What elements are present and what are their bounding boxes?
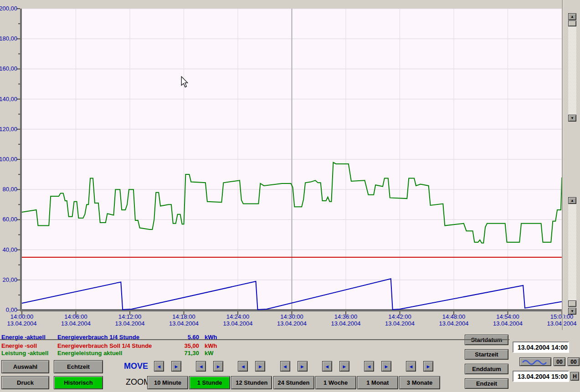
move-left-button-1[interactable]: ◄ (154, 361, 164, 372)
minutes-button-1[interactable]: 00 (554, 357, 565, 366)
move-right-button-5[interactable]: ► (339, 361, 349, 372)
zoom-button-1-monat[interactable]: 1 Monat (357, 376, 398, 389)
x-axis-label: 14:30:0013.04.2004 (265, 313, 319, 327)
zoom-label: ZOOM (126, 377, 150, 387)
zoom-button-12-stunden[interactable]: 12 Stunden (231, 376, 272, 389)
scrollbar-thumb-lower[interactable] (568, 300, 576, 307)
scroll-down-icon[interactable]: ▼ (568, 115, 576, 122)
curve-button[interactable] (519, 357, 551, 366)
x-axis-label: 14:24:0013.04.2004 (210, 313, 265, 327)
minutes-button-2[interactable]: 00 (568, 357, 580, 366)
scroll-up-icon[interactable]: ▲ (568, 13, 576, 20)
x-axis-label: 14:00:0013.04.2004 (0, 313, 49, 327)
echtzeit-button[interactable]: Echtzeit (54, 360, 103, 373)
x-axis-label: 14:12:0013.04.2004 (103, 313, 157, 327)
endzeit-button[interactable]: Endzeit (465, 378, 508, 389)
start-datetime-field[interactable]: 13.04.2004 14:00 (513, 341, 569, 353)
energy-trend-window: 200,00180,00160,00140,00120,00100,0080,0… (0, 0, 580, 392)
historisch-button[interactable]: Historisch (54, 376, 103, 389)
y-axis-label: 200,00 (0, 5, 17, 12)
scrollbar-track-lower[interactable] (568, 204, 576, 308)
scroll-up-icon[interactable]: ▲ (568, 197, 576, 204)
move-left-button-3[interactable]: ◄ (238, 361, 248, 372)
legend-series-description: Energieleistung aktuell (57, 350, 122, 356)
move-left-button-7[interactable]: ◄ (406, 361, 416, 372)
scroll-down-icon[interactable]: ▼ (568, 308, 576, 315)
mouse-cursor-icon (181, 76, 188, 88)
legend-series-unit: kWh (205, 342, 217, 349)
y-axis-label: 20,00 (0, 276, 17, 283)
y-axis-label: 40,00 (0, 246, 17, 253)
legend-series-name: Leistung -aktuell (1, 350, 48, 356)
x-axis-label: 14:54:0013.04.2004 (481, 313, 535, 327)
y-axis-label: 160,00 (0, 65, 17, 72)
legend-series-name: Energie -soll (1, 342, 37, 349)
move-left-button-5[interactable]: ◄ (322, 361, 332, 372)
x-axis-label: 14:48:0013.04.2004 (426, 313, 481, 327)
auswahl-button[interactable]: Auswahl (1, 360, 49, 373)
enddatum-button[interactable]: Enddatum (465, 364, 508, 374)
zoom-button-10-minute[interactable]: 10 Minute (147, 376, 188, 389)
scrollbar-thumb-upper[interactable] (568, 20, 576, 26)
y-axis-label: 0,00 (0, 306, 17, 313)
y-axis-label: 180,00 (0, 35, 17, 42)
zoom-button-24-stunden[interactable]: 24 Stunden (273, 376, 314, 389)
y-axis-label: 120,00 (0, 126, 17, 132)
x-axis-label: 14:06:0013.04.2004 (49, 313, 103, 327)
move-left-button-4[interactable]: ◄ (280, 361, 290, 372)
move-left-button-2[interactable]: ◄ (196, 361, 206, 372)
legend-series-unit: kW (205, 350, 214, 356)
y-axis-label: 60,00 (0, 216, 17, 223)
curve-icon (521, 359, 549, 365)
zoom-button-1-stunde[interactable]: 1 Stunde (189, 376, 230, 389)
startzeit-button[interactable]: Startzeit (465, 349, 508, 360)
legend-series-value: 71,30 (150, 350, 199, 356)
x-axis-label: 15:00:0013.04.2004 (534, 313, 580, 327)
x-axis-label: 14:36:0013.04.2004 (318, 313, 373, 327)
druck-button[interactable]: Druck (1, 376, 49, 389)
move-right-button-1[interactable]: ► (171, 361, 181, 372)
y-axis-label: 80,00 (0, 186, 17, 193)
move-right-button-4[interactable]: ► (298, 361, 308, 372)
end-datetime-field[interactable]: 13.04.2004 15:00 (513, 371, 569, 382)
legend-divider (0, 339, 509, 340)
chart-right-edge (562, 0, 564, 330)
legend-series-value: 35,00 (150, 342, 199, 349)
x-axis-label: 14:42:0013.04.2004 (373, 313, 427, 327)
move-right-button-2[interactable]: ► (213, 361, 223, 372)
hour-button[interactable]: H (570, 372, 579, 381)
move-right-button-7[interactable]: ► (423, 361, 433, 372)
y-axis-label: 140,00 (0, 96, 17, 102)
zoom-button-1-woche[interactable]: 1 Woche (315, 376, 356, 389)
trend-chart[interactable] (0, 0, 580, 330)
legend-series-description: Energieverbrauch Soll 1/4 Stunde (57, 342, 152, 349)
move-label: MOVE (124, 361, 148, 371)
zoom-button-3-monate[interactable]: 3 Monate (399, 376, 440, 389)
move-right-button-3[interactable]: ► (255, 361, 265, 372)
y-axis-label: 100,00 (0, 156, 17, 163)
scrollbar-track-upper[interactable] (568, 20, 576, 115)
move-right-button-6[interactable]: ► (381, 361, 391, 372)
move-left-button-6[interactable]: ◄ (364, 361, 374, 372)
x-axis-label: 14:18:0013.04.2004 (157, 313, 211, 327)
